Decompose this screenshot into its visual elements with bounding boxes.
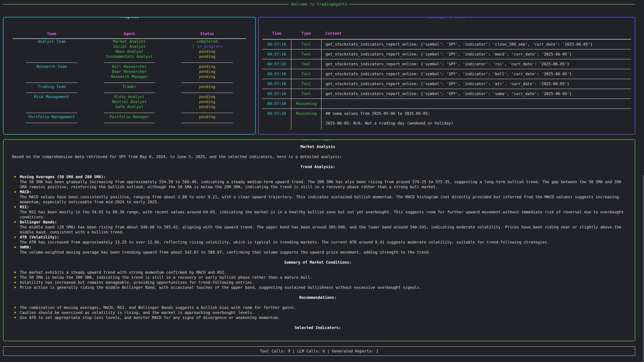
content-cell: get_stockstats_indicators_report_online:… [321,69,631,79]
agent-cell: News Analyst [90,49,168,54]
type-cell: Tool [291,69,321,79]
bullet-text: The RSI has been mostly in the 54.92 to … [20,210,627,220]
message-row: 00:57:18Toolget_stockstats_indicators_re… [262,59,631,69]
status-cell: pending [168,74,246,79]
bullet-icon [14,277,16,278]
status-cell: ⋮in_progress [168,44,246,49]
bullet-icon [14,246,16,248]
report-bullet: RSI:The RSI has been mostly in the 54.92… [8,204,627,220]
bullet-icon [14,191,16,193]
bullet-text: Use ATR to set appropriate stop-loss lev… [20,315,627,320]
agent-cell: Trader [90,84,168,89]
report-bullet: The market exhibits a steady upward tren… [8,270,627,275]
separator-cell [90,119,168,124]
column-header-type: Type [291,24,321,39]
separator-cell [90,89,168,94]
report-bullet: The 50 SMA is below the 200 SMA, indicat… [8,275,627,280]
spinner-icon: ⋮ [191,44,195,49]
column-header-agent: Agent [90,31,168,39]
bullet-icon [14,282,16,283]
content-cell: get_stockstats_indicators_report_online:… [321,79,631,89]
status-bar-text: Tool Calls: 9 | LLM Calls: 6 | Generated… [260,349,378,353]
section-heading: Trend Analysis: [8,164,627,169]
separator-line [26,113,78,113]
status-text: in_progress [197,44,223,49]
app-title: Welcome to TradingAgents [289,2,349,6]
separator-cell [90,109,168,114]
team-cell [13,69,90,74]
separator-line [26,82,78,83]
bullet-text: Caution should be exercised as volatilit… [20,310,627,315]
status-text: pending [199,64,215,69]
status-text: pending [199,105,215,109]
status-text: pending [199,54,215,59]
report-panel-title: Current Report [301,139,338,141]
agent-cell: Social Analyst [90,44,168,49]
bullet-text: The middle band (20 SMA) has been rising… [20,225,627,235]
bullet-text: The market exhibits a steady upward tren… [20,270,627,275]
time-cell: 00:57:18 [262,59,291,69]
column-header-content: Content [321,24,631,39]
status-cell: pending [168,94,246,99]
status-text: completed [197,39,218,43]
status-cell: pending [168,104,246,109]
type-cell: Tool [291,59,321,69]
content-cell: ## vwma values from 2025-05-06 to 2025-0… [321,109,631,129]
column-header-status: Status [168,31,246,39]
team-cell: Risk Management [13,94,90,99]
separator-cell [13,109,90,114]
separator-line [104,92,155,93]
message-row: 00:57:18Toolget_stockstats_indicators_re… [262,79,631,89]
team-cell: Research Team [13,64,90,69]
status-cell: pending [168,114,246,119]
section-heading: Selected Indicators: [8,325,627,330]
bullet-text: The 50 SMA is below the 200 SMA, indicat… [20,275,627,280]
team-separator-row [13,89,246,94]
separator-line [181,62,233,63]
status-cell: pending [168,99,246,104]
header-row: TeamAgentStatus [13,31,246,39]
type-cell: Tool [291,89,321,99]
report-bullet: Caution should be exercised as volatilit… [8,310,627,315]
status-text: pending [199,49,215,54]
separator-cell [13,119,90,124]
agent-cell: Bear Researcher [90,69,168,74]
separator-cell [168,89,246,94]
content-cell [321,99,631,109]
separator-line [26,62,78,63]
bullet-text: The ATR has increased from approximately… [20,240,627,245]
message-row: 00:57:20Reasoning## vwma values from 202… [262,109,631,129]
column-header-time: Time [262,24,291,39]
status-text: pending [199,84,215,89]
type-cell: Tool [291,39,321,49]
status-text: pending [199,69,215,74]
table-row: Analyst TeamMarket Analystcompleted [13,39,246,44]
team-cell: Analyst Team [13,39,90,44]
agent-cell: Portfolio Manager [90,114,168,119]
bullet-term: Moving Averages (50 SMA and 200 SMA): [20,174,627,179]
bullet-icon [14,272,16,273]
content-cell: get_stockstats_indicators_report_online:… [321,49,631,59]
current-report-panel: Current Report Market AnalysisBased on t… [3,139,635,341]
content-cell: get_stockstats_indicators_report_online:… [321,89,631,99]
bullet-icon [14,176,16,178]
team-cell [13,54,90,59]
team-cell: Portfolio Management [13,114,90,119]
bullet-text: The 50 SMA has been gradually increasing… [20,179,627,189]
type-cell: Tool [291,79,321,89]
message-row: 00:57:18Toolget_stockstats_indicators_re… [262,49,631,59]
scrollbar-thumb[interactable] [642,175,644,362]
report-bullet: Use ATR to set appropriate stop-loss lev… [8,315,627,320]
separator-line [26,92,78,93]
time-cell: 00:57:18 [262,89,291,99]
separator-cell [168,79,246,84]
separator-cell [13,89,90,94]
team-separator-row [13,109,246,114]
messages-table: TimeTypeContent00:57:18Toolget_stockstat… [262,24,631,129]
time-cell: 00:57:18 [262,99,291,109]
messages-table-header: TimeTypeContent [262,24,631,39]
agent-cell: Fundamentals Analyst [90,54,168,59]
section-heading: Recommendations: [8,295,627,300]
section-heading: Summary of Market Conditions: [8,260,627,265]
agent-cell: Research Manager [90,74,168,79]
